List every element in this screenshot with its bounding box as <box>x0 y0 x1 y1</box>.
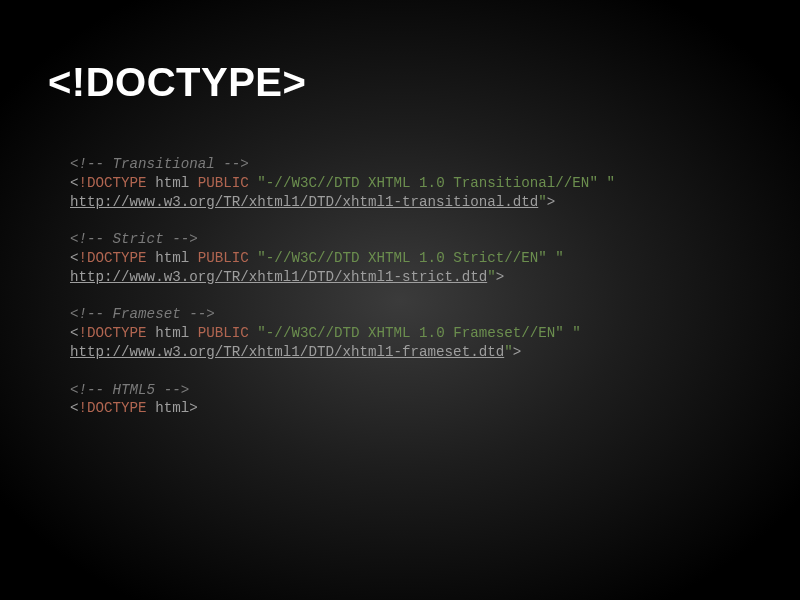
doctype-keyword: !DOCTYPE <box>79 250 147 266</box>
close-quote: " <box>504 344 513 360</box>
html-keyword: html <box>155 325 189 341</box>
fpi-transitional: "-//W3C//DTD XHTML 1.0 Transitional//EN" <box>257 175 598 191</box>
code-block: <!-- Transitional --> <!DOCTYPE html PUB… <box>70 155 752 418</box>
tag-open: < <box>70 250 79 266</box>
close-quote: " <box>487 269 496 285</box>
tag-open: < <box>70 325 79 341</box>
url-transitional[interactable]: http://www.w3.org/TR/xhtml1/DTD/xhtml1-t… <box>70 194 538 210</box>
space-quote: " <box>598 175 615 191</box>
tag-close: > <box>513 344 522 360</box>
slide: <!DOCTYPE> <!-- Transitional --> <!DOCTY… <box>0 0 800 418</box>
url-frameset[interactable]: http://www.w3.org/TR/xhtml1/DTD/xhtml1-f… <box>70 344 504 360</box>
html-keyword: html <box>155 175 189 191</box>
doctype-keyword: !DOCTYPE <box>79 175 147 191</box>
doctype-keyword: !DOCTYPE <box>79 400 147 416</box>
tag-open: < <box>70 400 79 416</box>
space-quote: " <box>564 325 581 341</box>
tag-close: > <box>189 400 198 416</box>
fpi-frameset: "-//W3C//DTD XHTML 1.0 Frameset//EN" <box>257 325 564 341</box>
comment-transitional: <!-- Transitional --> <box>70 156 249 172</box>
comment-strict: <!-- Strict --> <box>70 231 198 247</box>
comment-frameset: <!-- Frameset --> <box>70 306 215 322</box>
public-keyword: PUBLIC <box>198 250 249 266</box>
tag-close: > <box>547 194 556 210</box>
tag-close: > <box>496 269 505 285</box>
public-keyword: PUBLIC <box>198 325 249 341</box>
html-keyword: html <box>155 250 189 266</box>
close-quote: " <box>538 194 547 210</box>
doctype-keyword: !DOCTYPE <box>79 325 147 341</box>
space-quote: " <box>547 250 564 266</box>
slide-title: <!DOCTYPE> <box>48 60 752 105</box>
url-strict[interactable]: http://www.w3.org/TR/xhtml1/DTD/xhtml1-s… <box>70 269 487 285</box>
tag-open: < <box>70 175 79 191</box>
html-keyword: html <box>155 400 189 416</box>
comment-html5: <!-- HTML5 --> <box>70 382 189 398</box>
public-keyword: PUBLIC <box>198 175 249 191</box>
fpi-strict: "-//W3C//DTD XHTML 1.0 Strict//EN" <box>257 250 546 266</box>
